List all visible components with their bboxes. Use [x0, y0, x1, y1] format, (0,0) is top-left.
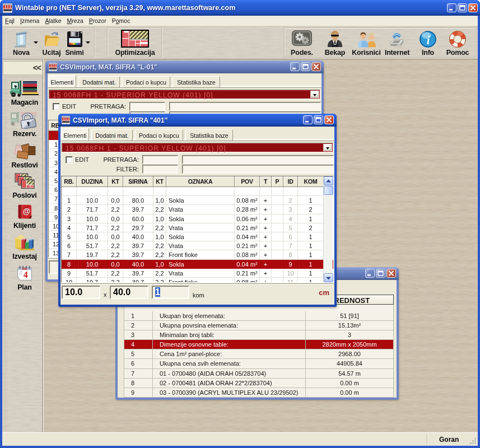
csv-window-l01-close-button[interactable]	[311, 62, 321, 71]
scrollbar-thumb[interactable]	[324, 186, 333, 195]
table-row-2[interactable]: 271.72,239.72,2Vrata0.28 m²+32	[62, 205, 333, 214]
column-header-t[interactable]: T	[260, 176, 272, 187]
statistics-window-close-button[interactable]	[386, 269, 396, 278]
column-header-oznaka[interactable]: OZNAKA	[166, 176, 235, 187]
column-header-kt[interactable]: KT	[108, 176, 123, 187]
combo-dropdown-button[interactable]	[323, 144, 332, 151]
material-combo[interactable]: 15 0068FH 1 - SUPERIOR YELLOW (401) [0]	[62, 143, 333, 152]
sidebar-item-izvestaj[interactable]: Izvestaj	[6, 234, 44, 260]
menu-item-pomoc[interactable]: Pomoc	[109, 16, 133, 25]
pretraga-input-2[interactable]	[169, 102, 321, 111]
table-row-6[interactable]: 651.72,239.72,2Vrata0.21 m²+71	[62, 241, 333, 250]
toolbar-dropdown-arrow[interactable]	[86, 41, 90, 44]
table-scrollbar[interactable]	[323, 176, 333, 282]
edit-checkbox[interactable]	[53, 103, 60, 110]
sidebar-item-klijenti[interactable]: @ Klijenti	[6, 203, 44, 229]
toolbar-button-snimi[interactable]: Snimi	[63, 29, 86, 57]
pretraga-input-1[interactable]	[142, 155, 178, 164]
height-input[interactable]: 40.0	[110, 286, 148, 299]
csv-window-l01-maximize-button[interactable]	[301, 62, 310, 71]
toolbar-button-bekap[interactable]: Bekap	[321, 29, 348, 57]
minimize-button[interactable]	[447, 3, 456, 12]
statistics-row-5[interactable]: 5Cena 1m² panel-ploce:2968.00	[124, 349, 394, 359]
filter-input-2[interactable]	[182, 165, 334, 174]
toolbar-button-ucitaj[interactable]: Ucitaj	[39, 29, 64, 57]
csv-window-l01-minimize-button[interactable]	[290, 62, 300, 71]
tab-podaciokupcu[interactable]: Podaci o kupcu	[135, 129, 183, 141]
pretraga-input-2[interactable]	[182, 155, 334, 164]
cell-rb: 7	[62, 250, 77, 259]
table-row-empty[interactable]	[62, 187, 333, 196]
column-header-p[interactable]: P	[272, 176, 283, 187]
edit-checkbox[interactable]	[66, 156, 73, 164]
statistics-window-minimize-button[interactable]	[365, 269, 375, 278]
csv-window-l01-titlebar[interactable]: CSVImport, MAT. SIFRA "L-01"	[45, 60, 324, 73]
menu-item-alatke[interactable]: Alatke	[42, 16, 64, 25]
menu-item-izmena[interactable]: Izmena	[17, 16, 42, 25]
toolbar-button-podes[interactable]: Podes.	[288, 29, 315, 57]
table-row-10[interactable]: 1019.72,239.72,2Front fioke0.08 m²+111	[62, 278, 333, 283]
toolbar-dropdown-arrow[interactable]	[34, 41, 38, 44]
width-input[interactable]: 10.0	[62, 286, 100, 299]
tab-statistikabaze[interactable]: Statistika baze	[185, 129, 233, 141]
sidebar-collapse-button[interactable]: <<	[33, 63, 41, 72]
table-row-1[interactable]: 110.00,080.01,0Sokla0.08 m²+21	[62, 196, 333, 205]
sidebar-item-magacin[interactable]: Magacin	[6, 80, 44, 106]
toolbar-button-optimizacija[interactable]: Optimizacija	[113, 29, 157, 57]
table-row-4[interactable]: 471.72,229.72,2Vrata0.21 m²+52	[62, 223, 333, 232]
table-row-7[interactable]: 719.72,239.72,2Front fioke0.08 m²+81	[62, 250, 333, 259]
scroll-down-button[interactable]	[324, 273, 333, 282]
tab-elementi[interactable]: Elementi	[61, 128, 89, 141]
pretraga-input-1[interactable]	[129, 102, 165, 111]
table-row-5[interactable]: 510.00,040.01,0Sokla0.04 m²+61	[62, 232, 333, 241]
toolbar-button-nova[interactable]: Nova	[9, 29, 34, 57]
filter-input-1[interactable]	[142, 165, 178, 174]
maximize-button[interactable]	[458, 3, 467, 12]
csv-window-401-minimize-button[interactable]	[303, 115, 313, 124]
column-header-pov[interactable]: POV	[235, 176, 260, 187]
statistics-row-1[interactable]: 1Ukupan broj elemenata:51 [91]	[124, 311, 394, 321]
tab-dodatnimat[interactable]: Dodatni mat.	[78, 76, 120, 87]
statistics-row-6[interactable]: 6Ukupna cena svih elemenata:44905.84	[124, 359, 394, 368]
statistics-row-2[interactable]: 2Ukupna povrsina elemenata:15.13m²	[124, 321, 394, 330]
sidebar-item-poslovi[interactable]: Poslovi	[6, 172, 44, 199]
column-header-kom[interactable]: KOM	[298, 176, 324, 187]
menu-item-fajl[interactable]: Fajl	[2, 16, 17, 25]
tab-elementi[interactable]: Elementi	[48, 75, 76, 87]
column-header-sirina[interactable]: SIRINA	[123, 176, 153, 187]
column-header-id[interactable]: ID	[283, 176, 298, 187]
close-button[interactable]	[468, 3, 478, 12]
column-header-rb[interactable]: RB.	[62, 176, 77, 187]
tab-dodatnimat[interactable]: Dodatni mat.	[91, 129, 133, 141]
resize-grip[interactable]	[470, 438, 477, 445]
sidebar-item-plan[interactable]: 200 4 Plan	[6, 264, 44, 291]
combo-dropdown-button[interactable]	[310, 91, 319, 98]
tab-podaciokupcu[interactable]: Podaci o kupcu	[122, 76, 170, 87]
tab-statistikabaze[interactable]: Statistika baze	[173, 76, 220, 87]
quantity-input[interactable]: 1	[152, 286, 189, 299]
statistics-row-4[interactable]: 4Dimenzije osnovne table:2820mm x 2050mm	[124, 340, 394, 349]
sidebar-item-rezerv[interactable]: Rezerv.	[6, 111, 44, 137]
csv-window-401-close-button[interactable]	[324, 115, 334, 124]
toolbar-button-info[interactable]: i Info	[415, 29, 441, 57]
column-header-duzina[interactable]: DUZINA	[77, 176, 108, 187]
menu-item-mreza[interactable]: Mreza	[64, 16, 86, 25]
column-header-kt[interactable]: KT	[153, 176, 166, 187]
statistics-row-7[interactable]: 701 - 0700480 (AIDA ORAH 05/283704)54.57…	[124, 369, 394, 379]
material-combo[interactable]: 15 0068FH 1 - SUPERIOR YELLOW (401) [0]	[49, 90, 320, 99]
statistics-row-9[interactable]: 903 - 0700390 (ACRYL MULTIPLEX ALU 23/29…	[124, 388, 394, 398]
toolbar-button-korisnici[interactable]: Korisnici	[348, 29, 385, 57]
csv-window-401-titlebar[interactable]: CSVImport, MAT. SIFRA "401"	[58, 114, 337, 127]
menu-item-prozor[interactable]: Prozor	[86, 16, 109, 25]
table-row-9[interactable]: 951.72,239.72,2Vrata0.21 m²+101	[62, 269, 333, 278]
table-row-8[interactable]: 810.00,040.01,0Sokla0.04 m²+91	[62, 260, 333, 269]
sidebar-item-restlovi[interactable]: Restlovi	[6, 142, 44, 169]
toolbar-button-internet[interactable]: Internet	[382, 29, 412, 57]
statistics-window-maximize-button[interactable]	[376, 269, 385, 278]
csv-window-401-maximize-button[interactable]	[314, 115, 323, 124]
table-row-3[interactable]: 310.00,060.01,0Sokla0.06 m²+41	[62, 214, 333, 223]
scroll-up-button[interactable]	[324, 176, 333, 185]
statistics-row-3[interactable]: 3Minimalan broj tabli:3	[124, 330, 394, 340]
statistics-row-8[interactable]: 802 - 0700481 (AIDA ORAH 22*2/283704)0.0…	[124, 379, 394, 388]
toolbar-button-pomoc[interactable]: Pomoc	[441, 29, 474, 57]
